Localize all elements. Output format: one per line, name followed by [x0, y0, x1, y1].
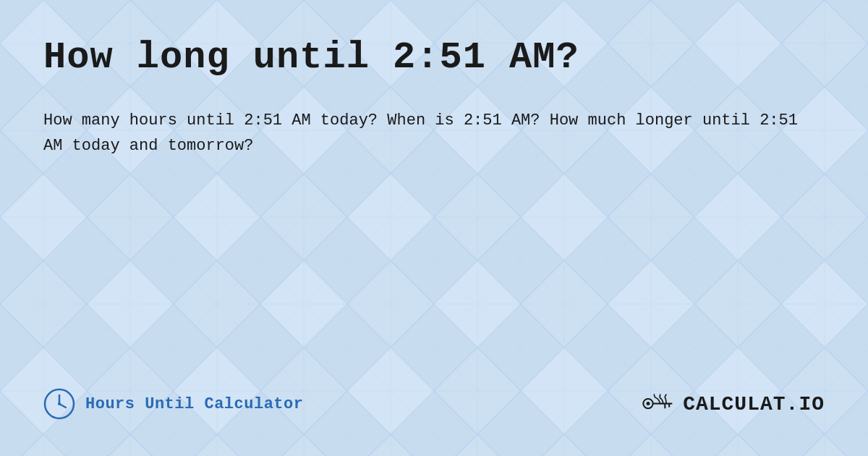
- svg-point-37: [58, 402, 61, 405]
- logo-text: CALCULAT.IO: [683, 393, 825, 415]
- footer: Hours Until Calculator CA: [43, 388, 825, 427]
- logo-right: CALCULAT.IO: [641, 389, 825, 418]
- footer-title: Hours Until Calculator: [85, 395, 303, 413]
- page-description: How many hours until 2:51 AM today? When…: [43, 108, 810, 159]
- calculat-io-icon: [641, 389, 677, 418]
- clock-icon: [43, 388, 75, 420]
- page-title: How long until 2:51 AM?: [43, 36, 825, 79]
- svg-point-39: [647, 402, 650, 405]
- footer-left: Hours Until Calculator: [43, 388, 303, 420]
